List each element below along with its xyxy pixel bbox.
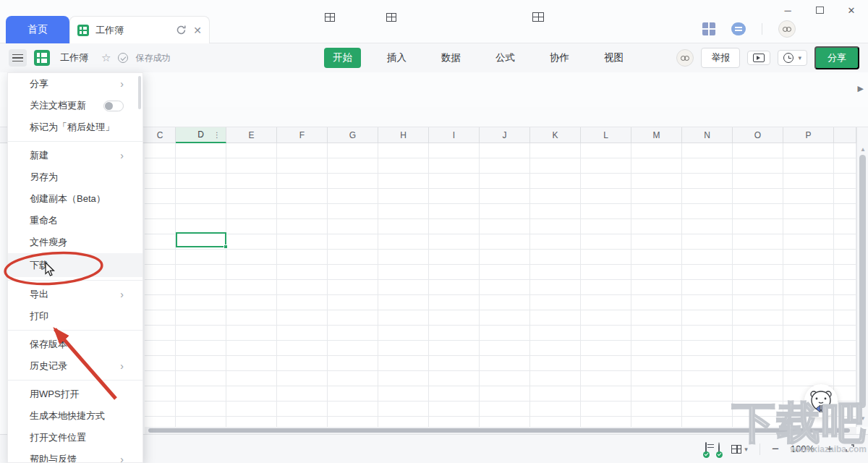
doc-tab-label: 工作簿 [95, 24, 124, 37]
menu-item-文件瘦身[interactable]: 文件瘦身 [8, 232, 142, 253]
clock-icon [783, 53, 793, 63]
menu-scroll-thumb[interactable] [138, 76, 141, 109]
menu-item-新建[interactable]: 新建› [8, 145, 142, 166]
menu-item-保存版本[interactable]: 保存版本 [8, 334, 142, 355]
file-menu-list: 分享›关注文档更新标记为「稍后处理」新建›另存为创建副本（Beta）重命名文件瘦… [8, 73, 142, 463]
app-grid-icon[interactable] [702, 22, 715, 35]
menu-item-打开文件位置[interactable]: 打开文件位置 [8, 427, 142, 449]
close-tab-icon[interactable]: ✕ [193, 25, 202, 36]
submenu-chevron-icon: › [120, 78, 124, 90]
scroll-down-icon[interactable]: ▼ [860, 415, 866, 422]
green-check-icon [716, 451, 723, 458]
ribbon-tab-公式[interactable]: 公式 [487, 48, 524, 68]
column-header-D[interactable]: D⋮ [176, 127, 226, 143]
ribbon-tab-协作[interactable]: 协作 [541, 48, 578, 68]
column-options-icon[interactable]: ⋮ [213, 131, 221, 139]
sheet-grid[interactable] [145, 143, 856, 427]
view-layout-button[interactable] [731, 445, 748, 454]
ribbon-tab-视图[interactable]: 视图 [595, 48, 632, 68]
zoom-level[interactable]: 100% [791, 443, 814, 454]
zoom-in-button[interactable]: + [826, 442, 833, 456]
submenu-chevron-icon: › [120, 454, 124, 463]
fullscreen-button[interactable] [845, 443, 855, 456]
menu-divider [8, 141, 142, 142]
history-clock-button[interactable] [778, 50, 807, 66]
menu-item-label: 导出 [30, 288, 120, 301]
close-window-button[interactable]: ✕ [841, 3, 862, 17]
column-header-J[interactable]: J [480, 127, 530, 143]
borders-icon [325, 13, 335, 22]
sync-check-button[interactable] [718, 443, 720, 456]
menu-item-历史记录[interactable]: 历史记录› [8, 355, 142, 377]
menu-item-分享[interactable]: 分享› [8, 73, 142, 95]
tab-document[interactable]: 工作簿 ✕ [69, 16, 210, 43]
vertical-scroll-thumb[interactable] [859, 155, 866, 408]
video-tutorial-button[interactable] [747, 51, 770, 65]
menu-item-重命名[interactable]: 重命名 [8, 210, 142, 232]
maximize-button[interactable] [809, 3, 830, 17]
menu-item-帮助与反馈[interactable]: 帮助与反馈› [8, 449, 142, 463]
column-header-C[interactable]: C [145, 127, 176, 143]
column-header-I[interactable]: I [429, 127, 480, 143]
menu-item-标记为「稍后处理」[interactable]: 标记为「稍后处理」 [8, 116, 142, 138]
vertical-scrollbar[interactable]: ▲ ▼ [856, 127, 868, 427]
toggle-switch-off[interactable] [103, 101, 124, 111]
user-avatar[interactable] [778, 20, 796, 38]
column-header-K[interactable]: K [530, 127, 581, 143]
green-check-icon [703, 451, 710, 458]
refresh-icon[interactable] [176, 25, 187, 35]
menu-item-导出[interactable]: 导出› [8, 284, 142, 305]
menu-divider [8, 330, 142, 331]
ribbon-tab-插入[interactable]: 插入 [378, 48, 415, 68]
menu-item-打印[interactable]: 打印 [8, 305, 142, 327]
fill-handle[interactable] [224, 245, 228, 249]
share-button[interactable]: 分享 [814, 46, 859, 69]
minimize-button[interactable]: ─ [777, 3, 799, 17]
submenu-chevron-icon: › [120, 289, 124, 300]
column-header-G[interactable]: G [328, 127, 378, 143]
column-header-O[interactable]: O [733, 127, 783, 143]
spreadsheet-icon [77, 25, 89, 36]
gridline [580, 143, 581, 427]
horizontal-scroll-thumb[interactable] [148, 428, 850, 433]
gridline [529, 143, 530, 427]
column-header-N[interactable]: N [682, 127, 733, 143]
selected-cell[interactable] [176, 232, 226, 247]
zoom-out-button[interactable]: − [772, 442, 779, 456]
report-button[interactable]: 举报 [701, 48, 740, 68]
menu-item-下载[interactable]: 下载 [8, 253, 142, 277]
column-header-E[interactable]: E [226, 127, 277, 143]
toolbar-more-icon[interactable]: ▶ [858, 84, 864, 93]
column-header-F[interactable]: F [277, 127, 328, 143]
chat-icon[interactable] [731, 22, 746, 35]
favorite-star-icon[interactable]: ☆ [101, 51, 111, 64]
stats-check-button[interactable] [705, 443, 707, 456]
ribbon-tab-开始[interactable]: 开始 [324, 48, 361, 68]
column-header-M[interactable]: M [631, 127, 682, 143]
menu-item-创建副本（Beta）[interactable]: 创建副本（Beta） [8, 188, 142, 210]
submenu-chevron-icon: › [120, 150, 124, 161]
horizontal-scrollbar[interactable] [145, 427, 856, 434]
workbook-icon[interactable] [34, 50, 50, 66]
window-controls: ─ ✕ [777, 3, 862, 17]
gridline [378, 143, 378, 427]
column-header-partial[interactable] [834, 127, 856, 143]
scroll-up-icon[interactable]: ▲ [860, 146, 866, 153]
wps-spreadsheet-window: ─ ✕ 首页 工作簿 ✕ 工作簿 ☆ 保存成功 [0, 0, 868, 463]
menu-item-另存为[interactable]: 另存为 [8, 166, 142, 188]
menu-item-关注文档更新[interactable]: 关注文档更新 [8, 95, 142, 116]
ribbon-tab-数据[interactable]: 数据 [433, 48, 469, 68]
tab-home[interactable]: 首页 [6, 16, 69, 43]
toggle-knob [105, 102, 113, 110]
gridline [428, 143, 429, 427]
home-tab-label: 首页 [27, 23, 48, 36]
tabbar-right-icons [702, 20, 796, 38]
menu-item-生成本地快捷方式[interactable]: 生成本地快捷方式 [8, 405, 142, 427]
menu-item-label: 保存版本 [30, 338, 124, 351]
column-header-H[interactable]: H [378, 127, 429, 143]
file-menu-button[interactable] [9, 49, 27, 67]
assistant-mascot[interactable] [804, 384, 838, 417]
column-header-P[interactable]: P [783, 127, 834, 143]
menu-item-用WPS打开[interactable]: 用WPS打开 [8, 383, 142, 405]
column-header-L[interactable]: L [581, 127, 631, 143]
